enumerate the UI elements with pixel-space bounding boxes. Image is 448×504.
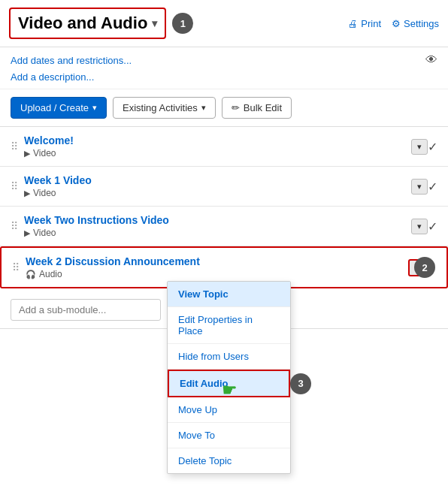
upload-create-button[interactable]: Upload / Create ▾ bbox=[11, 97, 107, 119]
move-to-item[interactable]: Move To bbox=[168, 423, 290, 448]
sub-module-input[interactable] bbox=[11, 299, 161, 321]
item-meta: ▶ Video bbox=[24, 188, 407, 198]
description-row: Add a description... bbox=[11, 71, 437, 83]
module-item: ⠿ Welcome! ▶ Video ▾ ✓ bbox=[0, 127, 448, 167]
printer-icon: 🖨 bbox=[348, 18, 358, 29]
edit-audio-item[interactable]: Edit Audio ☛ 3 bbox=[168, 370, 290, 397]
module-list: ⠿ Welcome! ▶ Video ▾ ✓ ⠿ Week 1 Video ▶ … bbox=[0, 127, 448, 288]
view-topic-item[interactable]: View Topic bbox=[168, 282, 290, 307]
item-meta: ▶ Video bbox=[24, 148, 407, 158]
delete-topic-item[interactable]: Delete Topic bbox=[168, 448, 290, 473]
pencil-icon: ✏ bbox=[232, 102, 240, 113]
module-item: ⠿ Week Two Instructions Video ▶ Video ▾ … bbox=[0, 207, 448, 246]
audio-icon: 🎧 bbox=[26, 270, 36, 279]
add-dates-link[interactable]: Add dates and restrictions... bbox=[11, 55, 132, 66]
video-icon: ▶ bbox=[24, 228, 30, 238]
item-content: Week Two Instructions Video ▶ Video bbox=[24, 214, 407, 238]
dates-row: Add dates and restrictions... 👁 bbox=[11, 53, 437, 67]
item-type: Video bbox=[33, 228, 56, 238]
gear-icon: ⚙ bbox=[392, 18, 401, 29]
step-3-circle: 3 bbox=[290, 373, 311, 394]
check-mark: ✓ bbox=[428, 140, 437, 154]
item-title[interactable]: Week 2 Discussion Announcement bbox=[26, 255, 200, 267]
item-dropdown-btn[interactable]: ▾ 2 bbox=[408, 259, 426, 276]
item-title[interactable]: Welcome! bbox=[24, 134, 74, 146]
existing-activities-arrow: ▾ bbox=[201, 103, 206, 113]
module-item: ⠿ Week 1 Video ▶ Video ▾ ✓ bbox=[0, 167, 448, 207]
add-description-link[interactable]: Add a description... bbox=[11, 71, 94, 83]
item-meta: 🎧 Audio bbox=[26, 269, 404, 279]
item-type: Video bbox=[33, 188, 56, 198]
item-title[interactable]: Week 1 Video bbox=[24, 174, 92, 186]
video-icon: ▶ bbox=[24, 149, 30, 158]
header-actions: 🖨 Print ⚙ Settings bbox=[348, 18, 439, 29]
visibility-icon[interactable]: 👁 bbox=[425, 53, 437, 67]
edit-properties-item[interactable]: Edit Properties in Place bbox=[168, 307, 290, 344]
item-dropdown-btn[interactable]: ▾ bbox=[411, 219, 428, 234]
toolbar: Upload / Create ▾ Existing Activities ▾ … bbox=[0, 89, 448, 127]
check-mark: ✓ bbox=[428, 180, 437, 194]
existing-activities-button[interactable]: Existing Activities ▾ bbox=[113, 97, 216, 119]
move-up-item[interactable]: Move Up bbox=[168, 397, 290, 423]
item-content: Week 1 Video ▶ Video bbox=[24, 174, 407, 198]
highlighted-module-item: ⠿ Week 2 Discussion Announcement 🎧 Audio… bbox=[0, 246, 448, 288]
drag-handle[interactable]: ⠿ bbox=[11, 180, 18, 192]
item-content: Welcome! ▶ Video bbox=[24, 134, 407, 158]
bulk-edit-button[interactable]: ✏ Bulk Edit bbox=[222, 97, 292, 119]
item-content: Week 2 Discussion Announcement 🎧 Audio bbox=[26, 255, 404, 279]
settings-link[interactable]: ⚙ Settings bbox=[392, 18, 439, 29]
step-2-circle: 2 bbox=[414, 257, 435, 278]
upload-create-arrow: ▾ bbox=[92, 103, 97, 113]
item-type: Video bbox=[33, 148, 56, 158]
dropdown-menu: View Topic Edit Properties in Place Hide… bbox=[167, 281, 291, 474]
title-dropdown-arrow[interactable]: ▾ bbox=[152, 17, 157, 29]
item-dropdown-btn[interactable]: ▾ bbox=[411, 179, 428, 195]
drag-handle[interactable]: ⠿ bbox=[11, 140, 18, 152]
item-dropdown-btn[interactable]: ▾ bbox=[411, 139, 428, 155]
print-link[interactable]: 🖨 Print bbox=[348, 18, 381, 29]
video-icon: ▶ bbox=[24, 189, 30, 198]
step-1-circle: 1 bbox=[172, 13, 193, 34]
page-title: Video and Audio bbox=[18, 14, 147, 33]
top-header: Video and Audio ▾ 1 🖨 Print ⚙ Settings bbox=[0, 0, 448, 47]
title-area: Video and Audio ▾ 1 bbox=[9, 8, 193, 39]
drag-handle[interactable]: ⠿ bbox=[12, 261, 20, 273]
item-title[interactable]: Week Two Instructions Video bbox=[24, 214, 169, 226]
hide-from-users-item[interactable]: Hide from Users bbox=[168, 344, 290, 370]
item-meta: ▶ Video bbox=[24, 228, 407, 238]
drag-handle[interactable]: ⠿ bbox=[11, 220, 18, 232]
page-title-box[interactable]: Video and Audio ▾ bbox=[9, 8, 166, 39]
item-type: Audio bbox=[39, 269, 62, 279]
sub-header: Add dates and restrictions... 👁 Add a de… bbox=[0, 47, 448, 89]
check-mark: ✓ bbox=[428, 219, 437, 234]
